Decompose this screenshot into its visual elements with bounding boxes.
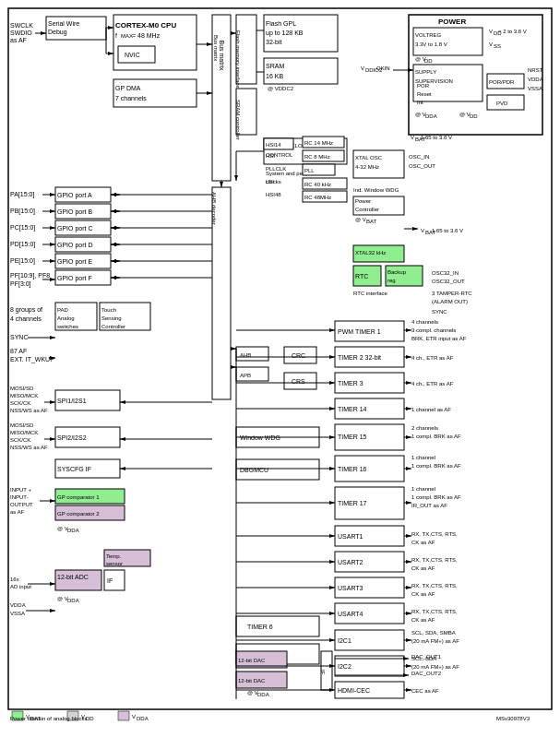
pd-label: PD[15:0] xyxy=(10,241,35,248)
gpio-b-label: GPIO port B xyxy=(57,208,92,216)
at-vdda-right-sub: DDA xyxy=(425,113,437,119)
osc-in-label: OSC_IN xyxy=(409,154,429,160)
timer15-desc2: 1 compl. BRK as AF xyxy=(411,434,461,439)
gpio-d-label: GPIO port D xyxy=(57,242,93,249)
pwm-desc3: BRK, ETR input as AF xyxy=(411,336,467,341)
touch-label1: Touch xyxy=(101,307,116,313)
cec-desc: CEC as AF xyxy=(411,688,439,694)
usart1-label: USART1 xyxy=(338,533,363,540)
usart4-desc1: RX, TX,CTS, RTS, xyxy=(411,609,458,614)
vssa-right-label: VSSA xyxy=(528,86,542,91)
usart2-desc1: RX, TX,CTS, RTS, xyxy=(411,557,458,563)
vbat-range-text: 1.65 to 3.6 V xyxy=(421,135,452,140)
usart2-label: USART2 xyxy=(338,559,363,565)
touch-label2: Sensing xyxy=(101,315,122,321)
at-vdda-dac-label: @ V xyxy=(247,690,258,696)
vbat-range-label: V xyxy=(411,135,414,140)
xtal-label2: 4-32 MHz xyxy=(355,164,379,170)
bus-label-b: Bus matrix xyxy=(213,35,219,61)
usart4-desc2: CK as AF xyxy=(411,617,435,623)
timer17-desc1: 1 channel xyxy=(411,486,435,492)
hdmi-cec-label: HDMI-CEC xyxy=(338,687,370,694)
power-domain-label: Power domain of analog blocks : xyxy=(10,716,90,721)
gpio-f-label: GPIO port F xyxy=(57,275,92,282)
mosi2-label2: MISO/MCK xyxy=(10,430,38,435)
vdda-vssa-label2: VSSA xyxy=(10,611,25,616)
swdio-af-label: as AF xyxy=(10,37,27,43)
temp-sensor-label1: Temp. xyxy=(106,553,122,559)
sram-ctrl-label: SRAM controller xyxy=(235,100,241,140)
timer17-label: TIMER 17 xyxy=(338,500,367,506)
at-vdda-comp-label: @ V xyxy=(57,526,68,531)
vdd-range-label: V xyxy=(489,29,493,34)
lsi-text: LSI xyxy=(266,179,274,184)
vbat-right-label: V xyxy=(421,228,424,233)
crc-label: CRC xyxy=(292,352,305,359)
rc8-label: RC 8 MHz xyxy=(304,154,330,160)
syscfg-label: SYSCFG IF xyxy=(57,466,91,472)
pll-label: PLL xyxy=(304,168,315,173)
pa-label: PA[15:0] xyxy=(10,191,34,198)
at-vdd2-sub: DD xyxy=(470,113,478,119)
osc32-in-label: OSC32_IN xyxy=(432,270,459,276)
ext-it-label2: EXT. IT_WKUP xyxy=(10,356,54,363)
groups-label2: 4 channels xyxy=(10,315,42,322)
pe-label: PE[15:0] xyxy=(10,257,35,265)
timer16-desc1: 1 channel xyxy=(411,455,435,460)
adc-label1: 12-bit ADC xyxy=(57,574,89,580)
usart3-desc2: CK as AF xyxy=(411,591,435,597)
mosi2-label3: SCK/CK xyxy=(10,437,30,443)
gpdma-label2: 7 channels xyxy=(115,95,147,101)
mosi2-label4: NSS/WS as AF xyxy=(10,445,48,450)
gpio-e-label: GPIO port E xyxy=(57,258,92,266)
pad-label2: Analog xyxy=(57,315,75,321)
pb-label: PB[15:0] xyxy=(10,208,35,215)
timer2-label: TIMER 2 32-bit xyxy=(338,354,381,361)
at-vdd2-label: @ V xyxy=(459,112,471,117)
rtc-interface-label: RTC interface xyxy=(353,291,388,296)
dac-out1-label: DAC_OUT1 xyxy=(411,654,442,660)
at-vdda-bottom-sub: DDA xyxy=(67,598,79,603)
input-label1: INPUT + xyxy=(10,487,32,493)
bus-matrix-label: Bus matrix xyxy=(219,40,225,71)
rtc-label: RTC xyxy=(355,273,368,279)
i2c1-desc2: (20 mA FM+) as AF xyxy=(411,638,459,644)
i2c2-label: I2C2 xyxy=(338,663,351,670)
osc-out-label: OSC_OUT xyxy=(409,163,435,169)
timer2-desc: 4 ch., ETR as AF xyxy=(411,355,454,361)
if-adc-label: IF xyxy=(107,577,113,584)
dac2-label: 12-bit DAC xyxy=(238,678,266,684)
por-pdr-label: POR/PDR xyxy=(489,79,515,85)
timer16-desc2: 1 compl. BRK as AF xyxy=(411,463,461,469)
cpu-label1: CORTEX-M0 CPU xyxy=(115,21,176,30)
dac1-label: 12-bit DAC xyxy=(238,658,266,663)
vwat-sub: BAT xyxy=(366,219,377,224)
timer17-desc3: IR_OUT as AF xyxy=(411,503,447,508)
block-diagram: SWCLK SWDIO as AF Serial Wire Debug CORT… xyxy=(7,7,553,736)
tamper-label2: (ALARM OUT) xyxy=(432,299,468,304)
gpdma-label1: GP DMA xyxy=(115,85,141,91)
gpio-c-label: GPIO port C xyxy=(57,225,93,232)
tamper-label1: 3 TAMPER-RTC xyxy=(432,291,472,296)
legend-vdda-sub: DDA xyxy=(137,716,149,721)
timer16-label: TIMER 16 xyxy=(338,466,367,472)
osc32-out-label: OSC32_OUT xyxy=(432,279,465,284)
xtal32-label: XTAL32 kHz xyxy=(355,250,386,256)
i2c1-label: I2C1 xyxy=(338,637,351,644)
timer3-desc: 4 ch., ETR as AF xyxy=(411,381,454,386)
hsi14-text: HSI14 xyxy=(266,142,281,148)
mosi1-label2: MISO/MCK xyxy=(10,393,38,398)
timer15-desc1: 2 channels xyxy=(411,425,438,431)
cpu-label4: = 48 MHz xyxy=(132,32,161,39)
i2c2-desc2: (20 mA FM+) as AF xyxy=(411,664,459,670)
sram-label2: 16 KB xyxy=(266,73,283,79)
at-vdda-bottom-label: @ V xyxy=(57,596,68,601)
ad-input-label1: 16x xyxy=(10,577,19,582)
flash-gpl-label3: 32-bit xyxy=(266,39,282,45)
sync-right-label: SYNC xyxy=(432,309,447,315)
usart3-desc1: RX, TX,CTS, RTS, xyxy=(411,583,458,588)
backup-label2: reg xyxy=(387,278,396,283)
supply-sup-label1: SUPPLY xyxy=(415,69,436,75)
vdda-right-label: VDDA xyxy=(528,77,543,82)
power-ctrl-label1: Power xyxy=(355,198,371,204)
